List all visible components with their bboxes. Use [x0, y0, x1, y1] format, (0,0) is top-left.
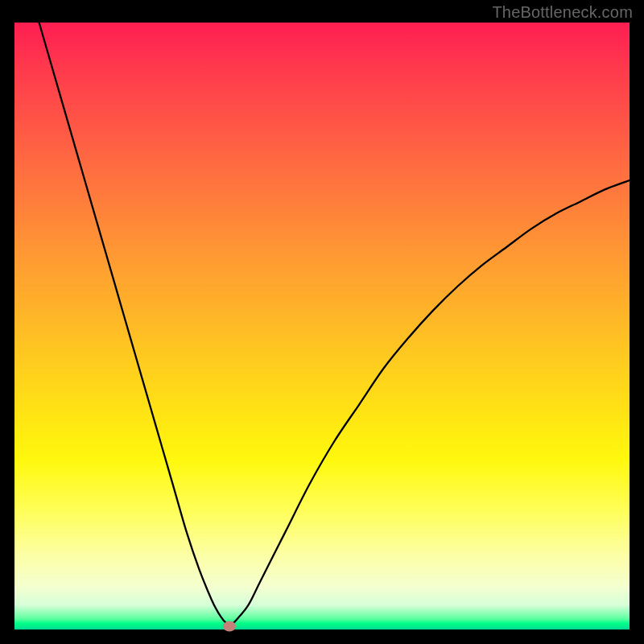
bottleneck-curve: [39, 23, 630, 626]
watermark: TheBottleneck.com: [492, 3, 633, 22]
optimal-point-marker: [223, 621, 236, 632]
chart-svg: [14, 23, 630, 630]
chart-plot-area: [14, 23, 630, 630]
